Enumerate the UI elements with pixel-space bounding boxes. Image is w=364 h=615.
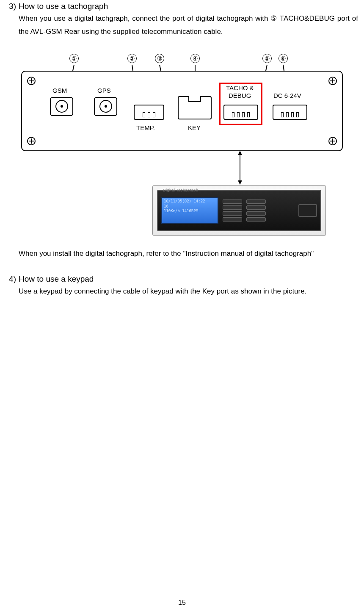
section-3-paragraph-1: When you use a digital tachgraph, connec…	[19, 12, 358, 39]
screw-icon	[328, 77, 337, 85]
key-port	[178, 96, 212, 119]
gps-port	[94, 97, 117, 116]
device-rear-panel: GSM GPS TEMP. KEY TACHO & DEBUG DC 6-24V	[21, 71, 343, 151]
section-number: 3)	[6, 2, 19, 11]
section-title: How to use a tachograph	[19, 2, 108, 11]
callout-2: ②	[127, 54, 137, 63]
section-number: 4)	[6, 274, 19, 284]
double-arrow-icon	[240, 151, 240, 184]
tacho-buttons	[223, 199, 242, 222]
callout-4: ④	[190, 54, 200, 63]
section-title: How to use a keypad	[19, 274, 94, 284]
usb-slot-icon	[298, 204, 317, 217]
callout-6: ⑥	[279, 54, 288, 63]
callout-5: ⑤	[262, 54, 272, 63]
screw-icon	[328, 137, 337, 145]
rear-panel-diagram: ① ② ③ ④ ⑤ ⑥ GSM GPS TEMP.	[21, 54, 343, 236]
port-label-gps: GPS	[97, 87, 111, 94]
temp-port	[134, 105, 164, 120]
lcd-line: 10/11/05(02) 14:22	[164, 199, 216, 204]
lcd-line: 16	[164, 204, 216, 209]
port-label-temp: TEMP.	[136, 124, 155, 131]
screw-icon	[27, 137, 36, 145]
port-label-gsm: GSM	[52, 87, 67, 94]
digital-tachograph-photo: Digital Tachograph 10/11/05(02) 14:22 16…	[152, 185, 326, 236]
port-label-key: KEY	[188, 124, 201, 131]
tacho-buttons	[246, 199, 266, 222]
callout-1: ①	[69, 54, 79, 63]
port-label-power: DC 6-24V	[273, 92, 301, 99]
screw-icon	[27, 77, 36, 85]
tacho-lcd: 10/11/05(02) 14:22 16 110Km/h 1416RPM	[161, 197, 218, 224]
section-4-paragraph-1: Use a keypad by connecting the cable of …	[19, 285, 358, 298]
page-number: 15	[0, 599, 364, 607]
power-port	[273, 105, 307, 120]
tacho-top-label: Digital Tachograph	[163, 188, 198, 192]
tacho-debug-port	[223, 105, 258, 120]
gsm-port	[50, 97, 73, 116]
lcd-line: 110Km/h 1416RPM	[164, 209, 216, 214]
section-3-paragraph-2: When you install the digital tachograph,…	[19, 247, 358, 260]
callout-3: ③	[155, 54, 164, 63]
